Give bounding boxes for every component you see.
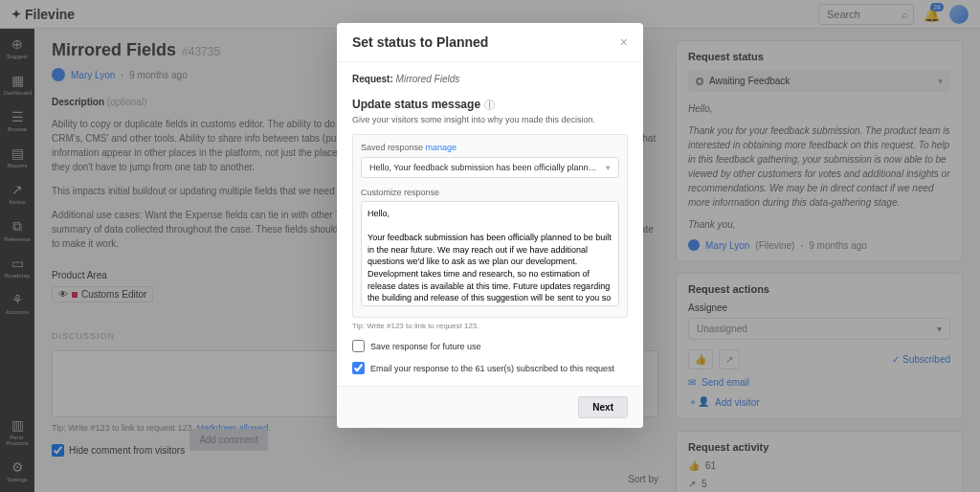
manage-link[interactable]: manage bbox=[426, 143, 457, 152]
saved-response-label: Saved response manage bbox=[361, 143, 619, 152]
chevron-down-icon: ▾ bbox=[606, 163, 611, 172]
close-icon[interactable]: × bbox=[620, 34, 628, 50]
email-users-label: Email your response to the 61 user(s) su… bbox=[370, 364, 614, 373]
email-users-checkbox[interactable] bbox=[352, 362, 365, 374]
update-status-heading: Update status message i bbox=[352, 98, 628, 111]
modal-tip: Tip: Write #123 to link to request 123. bbox=[352, 322, 628, 330]
saved-response-select[interactable]: Hello, Your feedback submission has been… bbox=[361, 157, 619, 178]
save-future-label: Save response for future use bbox=[370, 342, 481, 351]
update-status-sub: Give your visitors some insight into why… bbox=[352, 115, 628, 124]
info-icon[interactable]: i bbox=[484, 100, 495, 110]
customize-textarea[interactable] bbox=[361, 201, 619, 306]
modal-request-line: Request: Mirrored Fields bbox=[352, 74, 628, 84]
modal-title: Set status to Planned bbox=[352, 34, 488, 50]
customize-label: Customize response bbox=[361, 188, 619, 197]
status-modal: Set status to Planned × Request: Mirrore… bbox=[337, 23, 643, 428]
response-box: Saved response manage Hello, Your feedba… bbox=[352, 134, 628, 318]
save-future-checkbox[interactable] bbox=[352, 340, 365, 352]
next-button[interactable]: Next bbox=[578, 396, 628, 418]
